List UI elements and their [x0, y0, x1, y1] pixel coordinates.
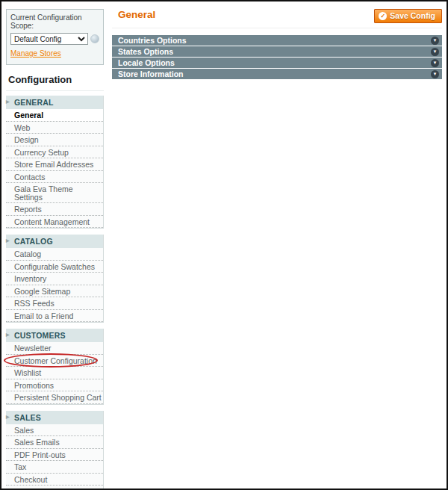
sidebar-item-promotions[interactable]: Promotions	[6, 379, 103, 392]
sidebar-item-persistent-shopping-cart[interactable]: Persistent Shopping Cart	[6, 391, 103, 404]
title-divider	[112, 28, 442, 28]
sidebar-section-catalog: ▶ CATALOG Catalog Configurable Swatches …	[6, 235, 104, 323]
panel-countries-options[interactable]: Countries Options ▼	[112, 35, 442, 46]
manage-stores-link[interactable]: Manage Stores	[10, 49, 61, 58]
section-arrow-icon: ▶	[6, 414, 10, 419]
section-arrow-icon: ▶	[6, 238, 10, 243]
sidebar-section-header-customers[interactable]: ▶ CUSTOMERS	[6, 329, 103, 342]
scope-select[interactable]: Default Config	[10, 33, 88, 45]
panel-label: Store Information	[118, 69, 184, 78]
sidebar-item-contacts[interactable]: Contacts	[6, 171, 103, 184]
collapse-toggle-icon[interactable]: ▼	[431, 48, 439, 56]
sidebar-section-general: ▶ GENERAL General Web Design Currency Se…	[6, 96, 104, 229]
sidebar-item-pdf-print-outs[interactable]: PDF Print-outs	[6, 449, 103, 462]
sidebar-section-header-general[interactable]: ▶ GENERAL	[6, 96, 103, 109]
sidebar-item-content-management[interactable]: Content Management	[6, 216, 103, 229]
save-check-icon: ✓	[379, 12, 387, 20]
section-arrow-icon: ▶	[6, 99, 10, 104]
sidebar-item-currency-setup[interactable]: Currency Setup	[6, 146, 103, 159]
panel-label: States Options	[118, 47, 173, 56]
scope-help-icon[interactable]	[90, 34, 99, 43]
sidebar-item-inventory[interactable]: Inventory	[6, 273, 103, 285]
sidebar-item-newsletter[interactable]: Newsletter	[6, 342, 103, 355]
sidebar-item-gala-eva-theme-settings[interactable]: Gala Eva Theme Settings	[6, 183, 103, 203]
sidebar-item-web[interactable]: Web	[6, 122, 103, 134]
sidebar-item-rss-feeds[interactable]: RSS Feeds	[6, 297, 103, 310]
magento-admin-window: Current Configuration Scope: Default Con…	[0, 0, 448, 490]
save-config-label: Save Config	[390, 11, 435, 20]
sidebar-item-google-sitemap[interactable]: Google Sitemap	[6, 285, 103, 298]
save-config-button[interactable]: ✓ Save Config	[374, 9, 442, 23]
collapse-toggle-icon[interactable]: ▼	[431, 37, 439, 45]
sidebar-item-design[interactable]: Design	[6, 134, 103, 146]
panel-label: Countries Options	[118, 36, 187, 45]
sidebar-item-reports[interactable]: Reports	[6, 203, 103, 216]
configuration-scope-panel: Current Configuration Scope: Default Con…	[6, 9, 104, 65]
sidebar-item-sales[interactable]: Sales	[6, 424, 103, 437]
sidebar-section-header-sales[interactable]: ▶ SALES	[6, 411, 103, 424]
main-content: General ✓ Save Config Countries Options …	[111, 1, 444, 80]
sidebar-item-catalog[interactable]: Catalog	[6, 248, 103, 261]
section-label: GENERAL	[14, 98, 54, 107]
sidebar-title: Configuration	[6, 68, 104, 91]
panel-states-options[interactable]: States Options ▼	[112, 46, 442, 57]
sidebar-item-shipping-settings[interactable]: Shipping Settings	[6, 486, 103, 490]
section-label: CATALOG	[14, 237, 53, 246]
panel-locale-options[interactable]: Locale Options ▼	[112, 58, 442, 68]
configuration-sidebar: Current Configuration Scope: Default Con…	[4, 7, 104, 490]
sidebar-section-header-catalog[interactable]: ▶ CATALOG	[6, 235, 103, 248]
sidebar-item-wishlist[interactable]: Wishlist	[6, 367, 103, 379]
panel-label: Locale Options	[118, 58, 175, 67]
collapse-toggle-icon[interactable]: ▼	[431, 59, 439, 67]
section-arrow-icon: ▶	[6, 332, 10, 337]
scope-label: Current Configuration Scope:	[10, 13, 100, 30]
sidebar-item-customer-configuration[interactable]: Customer Configuration	[6, 355, 103, 368]
sidebar-item-tax[interactable]: Tax	[6, 461, 103, 474]
panel-store-information[interactable]: Store Information ▼	[112, 69, 442, 79]
collapse-toggle-icon[interactable]: ▼	[431, 70, 439, 78]
sidebar-section-sales: ▶ SALES Sales Sales Emails PDF Print-out…	[6, 411, 104, 490]
sidebar-item-email-to-a-friend[interactable]: Email to a Friend	[6, 310, 103, 323]
section-label: CUSTOMERS	[14, 331, 66, 340]
sidebar-item-sales-emails[interactable]: Sales Emails	[6, 436, 103, 449]
sidebar-item-checkout[interactable]: Checkout	[6, 474, 103, 486]
sidebar-item-configurable-swatches[interactable]: Configurable Swatches	[6, 261, 103, 273]
sidebar-item-general[interactable]: General	[6, 109, 103, 122]
sidebar-section-customers: ▶ CUSTOMERS Newsletter Customer Configur…	[6, 329, 104, 405]
sidebar-item-label: Customer Configuration	[14, 356, 97, 365]
page-title: General	[118, 9, 155, 20]
section-label: SALES	[14, 413, 41, 422]
sidebar-item-store-email-addresses[interactable]: Store Email Addresses	[6, 158, 103, 171]
